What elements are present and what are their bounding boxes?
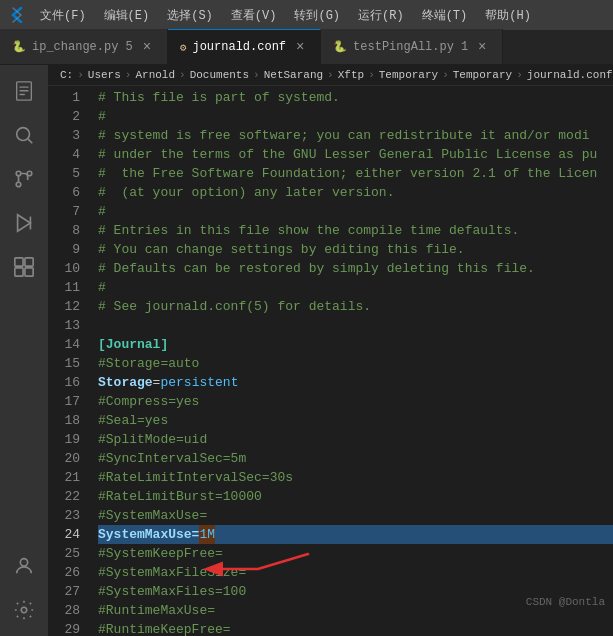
svg-point-4 (17, 128, 30, 141)
token-comment: #SystemMaxFiles=100 (98, 582, 246, 601)
menu-item-v[interactable]: 查看(V) (223, 5, 285, 26)
code-line-24: SystemMaxUse=1M (98, 525, 613, 544)
menu-item-g[interactable]: 转到(G) (286, 5, 348, 26)
menu-item-r[interactable]: 运行(R) (350, 5, 412, 26)
line-number-10: 10 (48, 259, 90, 278)
watermark: CSDN @Dontla (526, 596, 605, 608)
activity-icon-run[interactable] (6, 205, 42, 241)
line-number-20: 20 (48, 449, 90, 468)
line-number-14: 14 (48, 335, 90, 354)
line-number-21: 21 (48, 468, 90, 487)
tab-journald[interactable]: ⚙journald.conf× (168, 29, 321, 64)
line-number-4: 4 (48, 145, 90, 164)
svg-point-6 (16, 171, 21, 176)
code-editor[interactable]: 1234567891011121314151617181920212223242… (48, 86, 613, 636)
activity-icon-accounts[interactable] (6, 548, 42, 584)
breadcrumb-sep-0: › (77, 69, 84, 81)
code-line-12: # See journald.conf(5) for details. (98, 297, 613, 316)
activity-bar-bottom (6, 548, 42, 636)
title-bar: 文件(F)编辑(E)选择(S)查看(V)转到(G)运行(R)终端(T)帮助(H) (0, 0, 613, 30)
svg-rect-11 (15, 258, 23, 266)
breadcrumb-sep-2: › (179, 69, 186, 81)
activity-icon-extensions[interactable] (6, 249, 42, 285)
code-content[interactable]: # This file is part of systemd.## system… (98, 86, 613, 636)
token-comment: #Seal=yes (98, 411, 168, 430)
token-comment: #RateLimitBurst=10000 (98, 487, 262, 506)
line-number-27: 27 (48, 582, 90, 601)
breadcrumb-part-0[interactable]: C: (60, 69, 73, 81)
line-number-22: 22 (48, 487, 90, 506)
tab-bar: 🐍ip_change.py 5×⚙journald.conf×🐍testPing… (0, 30, 613, 65)
breadcrumb-part-8[interactable]: journald.conf (527, 69, 613, 81)
svg-point-16 (21, 607, 27, 613)
token-comment: #SystemMaxFileSize= (98, 563, 246, 582)
breadcrumb-part-3[interactable]: Documents (190, 69, 249, 81)
breadcrumb-sep-3: › (253, 69, 260, 81)
token-comment: #RateLimitIntervalSec=30s (98, 468, 293, 487)
token-comment: # the Free Software Foundation; either v… (98, 164, 597, 183)
breadcrumb-part-6[interactable]: Temporary (379, 69, 438, 81)
line-number-3: 3 (48, 126, 90, 145)
token-comment: # (98, 107, 106, 126)
code-line-6: # (at your option) any later version. (98, 183, 613, 202)
main-layout: C: › Users › Arnold › Documents › NetSar… (0, 65, 613, 636)
tab-close-testPingAll[interactable]: × (474, 39, 490, 55)
menu-item-s[interactable]: 选择(S) (159, 5, 221, 26)
breadcrumb-part-1[interactable]: Users (88, 69, 121, 81)
menu-item-f[interactable]: 文件(F) (32, 5, 94, 26)
token-comment: # (98, 278, 106, 297)
svg-rect-1 (19, 86, 28, 87)
breadcrumb-part-4[interactable]: NetSarang (264, 69, 323, 81)
line-number-25: 25 (48, 544, 90, 563)
code-line-26: #SystemMaxFileSize= (98, 563, 613, 582)
code-line-9: # You can change settings by editing thi… (98, 240, 613, 259)
token-comment: # (at your option) any later version. (98, 183, 394, 202)
line-number-28: 28 (48, 601, 90, 620)
token-comment: # under the terms of the GNU Lesser Gene… (98, 145, 597, 164)
tab-icon-journald: ⚙ (180, 41, 187, 54)
tab-label-testPingAll: testPingAll.py 1 (353, 40, 468, 54)
code-line-2: # (98, 107, 613, 126)
line-number-13: 13 (48, 316, 90, 335)
activity-icon-search[interactable] (6, 117, 42, 153)
code-line-21: #RateLimitIntervalSec=30s (98, 468, 613, 487)
token-comment: # This file is part of systemd. (98, 88, 340, 107)
line-numbers: 1234567891011121314151617181920212223242… (48, 86, 98, 636)
token-value-active: 1M (199, 525, 215, 544)
breadcrumb-part-5[interactable]: Xftp (338, 69, 364, 81)
tab-close-journald[interactable]: × (292, 39, 308, 55)
line-number-7: 7 (48, 202, 90, 221)
menu-item-h[interactable]: 帮助(H) (477, 5, 539, 26)
line-number-17: 17 (48, 392, 90, 411)
breadcrumb-part-2[interactable]: Arnold (135, 69, 175, 81)
line-number-19: 19 (48, 430, 90, 449)
breadcrumb: C: › Users › Arnold › Documents › NetSar… (48, 65, 613, 86)
activity-icon-settings[interactable] (6, 592, 42, 628)
tab-close-ip_change[interactable]: × (139, 39, 155, 55)
tab-ip_change[interactable]: 🐍ip_change.py 5× (0, 29, 168, 64)
tab-testPingAll[interactable]: 🐍testPingAll.py 1× (321, 29, 503, 64)
line-number-16: 16 (48, 373, 90, 392)
breadcrumb-part-7[interactable]: Temporary (453, 69, 512, 81)
token-value: persistent (160, 373, 238, 392)
breadcrumb-sep-7: › (516, 69, 523, 81)
token-section: [Journal] (98, 335, 168, 354)
menu-item-t[interactable]: 终端(T) (414, 5, 476, 26)
activity-icon-source-control[interactable] (6, 161, 42, 197)
code-line-3: # systemd is free software; you can redi… (98, 126, 613, 145)
code-line-13 (98, 316, 613, 335)
code-line-20: #SyncIntervalSec=5m (98, 449, 613, 468)
breadcrumb-sep-1: › (125, 69, 132, 81)
activity-bar (0, 65, 48, 636)
menu-bar: 文件(F)编辑(E)选择(S)查看(V)转到(G)运行(R)终端(T)帮助(H) (32, 5, 539, 26)
line-number-26: 26 (48, 563, 90, 582)
token-comment: # Defaults can be restored by simply del… (98, 259, 535, 278)
line-number-1: 1 (48, 88, 90, 107)
activity-icon-explorer[interactable] (6, 73, 42, 109)
code-line-1: # This file is part of systemd. (98, 88, 613, 107)
menu-item-e[interactable]: 编辑(E) (96, 5, 158, 26)
code-line-25: #SystemKeepFree= (98, 544, 613, 563)
app-icon (8, 6, 26, 24)
breadcrumb-sep-6: › (442, 69, 449, 81)
svg-marker-9 (18, 215, 31, 232)
